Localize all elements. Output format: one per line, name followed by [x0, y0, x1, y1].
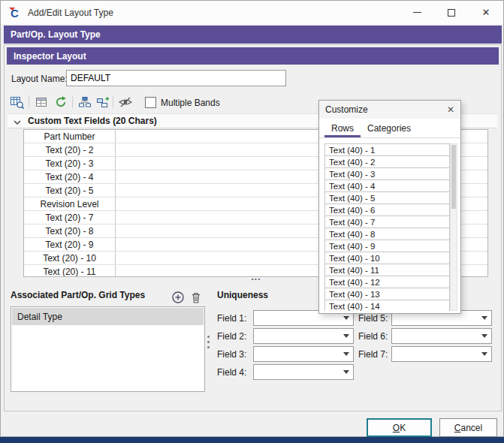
part-op-header-label: Part/Op. Layout Type	[11, 29, 101, 40]
titlebar: C Add/Edit Layout Type ✕	[1, 1, 503, 24]
field-name-cell: Text (20) - 11	[24, 265, 116, 277]
field-name-cell: Text (20) - 5	[24, 184, 116, 197]
add-grid-type-button[interactable]	[171, 290, 186, 305]
list-item[interactable]: Text (40) - 4	[324, 179, 450, 192]
window-controls: ✕	[400, 1, 503, 24]
field-name: Text (20) - 4	[45, 172, 93, 182]
combo-dropdown-button[interactable]	[339, 329, 353, 343]
vertical-splitter-handle[interactable]	[205, 336, 211, 351]
horizontal-splitter-handle[interactable]: ...	[240, 272, 273, 282]
trash-icon	[190, 291, 202, 304]
list-item[interactable]: Text (40) - 9	[324, 240, 450, 252]
dot	[207, 336, 210, 338]
scrollbar-thumb[interactable]	[451, 145, 456, 209]
list-item[interactable]: Text (40) - 8	[324, 228, 450, 240]
list-item[interactable]: Text (40) - 2	[324, 155, 450, 168]
combo-dropdown-button[interactable]	[477, 329, 491, 343]
insert-band-button[interactable]	[76, 94, 94, 110]
field-3-label: Field 3:	[217, 349, 246, 360]
field-3-combo[interactable]	[253, 346, 354, 362]
add-band-button[interactable]	[94, 94, 112, 110]
hide-preview-button[interactable]	[116, 94, 134, 110]
screen: C Add/Edit Layout Type ✕ Part/Op. Layout…	[0, 0, 504, 443]
window-title: Add/Edit Layout Type	[28, 8, 113, 18]
field-name-cell: Text (20) - 3	[24, 157, 116, 170]
customize-close-button[interactable]: ✕	[447, 104, 454, 115]
toolbar-separator	[113, 96, 113, 108]
grid-layout-button[interactable]	[32, 94, 50, 110]
field-name-cell: Text (20) - 8	[24, 225, 116, 237]
custom-text-fields-label: Custom Text Fields (20 Chars)	[28, 116, 157, 126]
field-6-label: Field 6:	[358, 331, 388, 342]
customize-field-list: Text (40) - 1 Text (40) - 2 Text (40) - …	[324, 143, 450, 311]
minimize-button[interactable]	[400, 1, 434, 24]
add-band-icon	[96, 96, 110, 108]
refresh-button[interactable]	[52, 94, 70, 110]
cancel-button-label: Cancel	[454, 423, 482, 433]
customize-tabs: Rows Categories	[319, 119, 460, 138]
list-item[interactable]: Text (40) - 6	[324, 203, 450, 216]
chevron-down-icon	[14, 116, 21, 127]
uniqueness-label: Uniqueness	[217, 290, 268, 300]
refresh-icon	[54, 95, 68, 109]
ok-button-label: OK	[393, 423, 406, 433]
cancel-button[interactable]: Cancel	[439, 418, 497, 437]
chevron-down-icon	[343, 370, 349, 374]
underlying-window-strip	[0, 436, 504, 443]
part-op-layout-type-header: Part/Op. Layout Type	[4, 26, 502, 44]
close-icon: ✕	[482, 7, 490, 18]
delete-grid-type-button[interactable]	[189, 290, 204, 305]
field-name: Text (20) - 8	[45, 226, 93, 237]
field-6-combo[interactable]	[391, 328, 492, 344]
associated-grid-types-label: Associated Part/Op. Grid Types	[11, 290, 145, 300]
combo-dropdown-button[interactable]	[477, 347, 491, 361]
field-4-label: Field 4:	[217, 367, 246, 378]
list-item[interactable]: Text (40) - 11	[324, 264, 450, 276]
field-2-combo[interactable]	[253, 328, 354, 344]
maximize-icon	[448, 9, 455, 17]
field-name: Part Number	[44, 131, 95, 142]
tab-categories[interactable]: Categories	[361, 119, 418, 137]
toolbar-separator	[72, 96, 73, 108]
list-item[interactable]: Text (40) - 14	[324, 300, 450, 311]
maximize-button[interactable]	[434, 1, 469, 24]
combo-dropdown-button[interactable]	[339, 365, 353, 379]
list-item[interactable]: Text (40) - 7	[324, 215, 450, 228]
field-name: Text (20) - 2	[45, 145, 93, 155]
list-item[interactable]: Text (40) - 5	[324, 191, 450, 204]
field-4-combo[interactable]	[253, 364, 354, 380]
list-item[interactable]: Text (40) - 1	[324, 143, 450, 156]
chevron-down-icon	[343, 334, 349, 338]
combo-dropdown-button[interactable]	[477, 311, 491, 325]
list-item[interactable]: Text (40) - 3	[324, 167, 450, 180]
field-name: Text (20) - 5	[45, 185, 93, 196]
field-name: Text (20) - 3	[45, 158, 93, 169]
list-item[interactable]: Text (40) - 10	[324, 252, 450, 264]
combo-dropdown-button[interactable]	[339, 347, 353, 361]
list-item[interactable]: Detail Type	[12, 308, 204, 325]
field-7-combo[interactable]	[391, 346, 492, 362]
field-name: Text (20) - 11	[44, 267, 96, 277]
field-name-cell: Part Number	[24, 130, 116, 143]
field-name: Text (20) - 9	[45, 240, 93, 250]
field-7-label: Field 7:	[358, 349, 388, 360]
list-item[interactable]: Text (40) - 12	[324, 276, 450, 288]
field-2-label: Field 2:	[217, 331, 246, 342]
field-1-label: Field 1:	[217, 313, 246, 324]
field-name: Text (20) - 10	[43, 253, 96, 264]
chevron-down-icon	[343, 352, 349, 356]
customize-scrollbar[interactable]	[450, 143, 457, 311]
customize-titlebar[interactable]: Customize ✕	[319, 101, 460, 119]
field-name-cell: Text (20) - 4	[24, 170, 116, 183]
list-item[interactable]: Text (40) - 13	[324, 288, 450, 300]
layout-name-input[interactable]	[66, 70, 286, 86]
inspector-layout-header: Inspector Layout	[7, 47, 499, 65]
ok-button[interactable]: OK	[367, 418, 432, 437]
multiple-bands-checkbox[interactable]	[145, 97, 156, 108]
tab-rows[interactable]: Rows	[324, 119, 361, 137]
preview-layout-button[interactable]	[8, 94, 26, 110]
field-name-cell: Text (20) - 2	[24, 143, 116, 156]
toolbar-separator	[29, 96, 29, 108]
close-button[interactable]: ✕	[469, 1, 503, 24]
field-name: Revision Level	[40, 199, 98, 209]
